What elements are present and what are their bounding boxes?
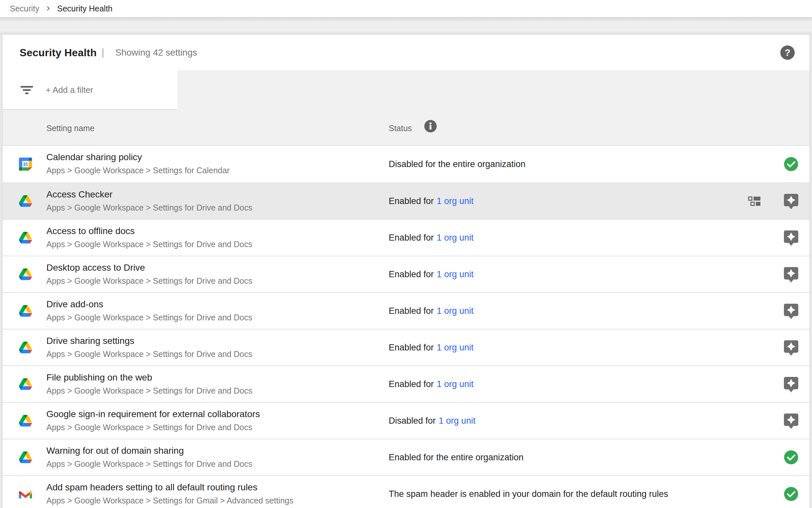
svg-text:31: 31 [23, 162, 28, 167]
setting-status: Disabled for1 org unit [389, 416, 476, 426]
status-text: Enabled for [389, 343, 434, 352]
security-health-page: Security › Security Health Security Heal… [0, 0, 812, 508]
google-drive-icon [19, 415, 32, 427]
setting-status: Enabled for1 org unit [389, 306, 474, 316]
security-health-card: Security Health | Showing 42 settings ? [3, 35, 809, 508]
svg-text:?: ? [784, 47, 791, 58]
page-gap-band [0, 17, 812, 35]
setting-status: Enabled for1 org unit [389, 196, 474, 206]
status-text: Enabled for [389, 379, 434, 389]
setting-status: Enabled for1 org unit [389, 269, 474, 280]
status-text: Enabled for [389, 306, 434, 316]
status-text: Disabled for [389, 416, 436, 426]
column-header-status: Status [389, 124, 412, 133]
google-drive-icon [19, 195, 32, 207]
breadcrumb-current: Security Health [57, 4, 113, 13]
setting-row[interactable]: 31 Access Checker Apps > Google Workspac… [3, 182, 809, 219]
org-unit-link[interactable]: 1 org unit [437, 196, 474, 206]
setting-title: Calendar sharing policy [46, 151, 230, 164]
filter-list-icon [20, 86, 33, 96]
setting-row[interactable]: 31 File publishing on the web Apps > Goo… [3, 366, 809, 402]
setting-row[interactable]: 31 Access to offline docs Apps > Google … [3, 219, 809, 256]
setting-title: Add spam headers setting to all default … [46, 481, 293, 494]
org-unit-link[interactable]: 1 org unit [437, 269, 474, 279]
setting-status: The spam header is enabled in your domai… [389, 489, 668, 499]
status-text: Enabled for [389, 233, 434, 243]
setting-path: Apps > Google Workspace > Settings for D… [46, 311, 252, 324]
google-drive-icon [19, 342, 32, 353]
recommendation-badge-icon[interactable] [784, 230, 798, 246]
status-ok-icon [784, 450, 798, 465]
title-separator: | [102, 47, 104, 58]
setting-row[interactable]: 31 Drive sharing settings Apps > Google … [3, 329, 809, 366]
recommendation-badge-icon[interactable] [784, 304, 798, 320]
org-units-icon[interactable] [748, 196, 761, 206]
setting-path: Apps > Google Workspace > Settings for D… [46, 457, 252, 470]
setting-path: Apps > Google Workspace > Settings for G… [46, 494, 293, 507]
setting-path: Apps > Google Workspace > Settings for D… [46, 201, 252, 214]
setting-row[interactable]: 31 Calendar sharing policy Apps > Google… [3, 146, 809, 182]
settings-table: 31 Calendar sharing policy Apps > Google… [3, 146, 809, 508]
filter-bar[interactable]: + Add a filter [3, 70, 177, 110]
recommendation-badge-icon[interactable] [784, 340, 798, 356]
setting-title: Desktop access to Drive [46, 261, 252, 274]
status-text: Enabled for [389, 269, 434, 279]
setting-row[interactable]: 31 Add spam headers setting to all defau… [3, 475, 809, 508]
add-filter-button[interactable]: + Add a filter [46, 85, 93, 95]
recommendation-badge-icon[interactable] [784, 377, 798, 393]
setting-path: Apps > Google Workspace > Settings for C… [46, 164, 230, 177]
status-info-icon[interactable] [424, 120, 437, 132]
setting-row[interactable]: 31 Google sign-in requirement for extern… [3, 402, 809, 439]
google-drive-icon [19, 452, 32, 463]
status-ok-icon [784, 157, 798, 171]
help-icon[interactable]: ? [780, 45, 795, 60]
setting-title: Drive sharing settings [46, 334, 252, 347]
setting-path: Apps > Google Workspace > Settings for D… [46, 384, 252, 397]
setting-title: Google sign-in requirement for external … [46, 408, 260, 421]
breadcrumb-chevron-icon: › [46, 2, 50, 13]
setting-row[interactable]: 31 Warning for out of domain sharing App… [3, 439, 809, 475]
setting-title: Drive add-ons [46, 298, 252, 311]
setting-path: Apps > Google Workspace > Settings for D… [46, 421, 260, 434]
org-unit-link[interactable]: 1 org unit [437, 379, 474, 389]
setting-status: Enabled for1 org unit [389, 379, 474, 389]
recommendation-badge-icon[interactable] [784, 267, 798, 283]
setting-status: Enabled for the entire organization [389, 453, 524, 463]
settings-count: Showing 42 settings [115, 47, 197, 58]
gmail-icon [19, 490, 32, 499]
setting-row[interactable]: 31 Drive add-ons Apps > Google Workspace… [3, 292, 809, 329]
status-text: Disabled for the entire organization [389, 159, 526, 169]
status-ok-icon [784, 487, 798, 501]
recommendation-badge-icon[interactable] [784, 414, 798, 429]
setting-status: Enabled for1 org unit [389, 233, 474, 243]
setting-row[interactable]: 31 Desktop access to Drive Apps > Google… [3, 256, 809, 292]
breadcrumb: Security › Security Health [0, 0, 812, 17]
setting-path: Apps > Google Workspace > Settings for D… [46, 347, 252, 361]
column-header-setting-name: Setting name [46, 124, 94, 133]
org-unit-link[interactable]: 1 org unit [437, 306, 474, 316]
breadcrumb-security-link[interactable]: Security [10, 4, 39, 13]
org-unit-link[interactable]: 1 org unit [437, 343, 474, 352]
google-drive-icon [19, 378, 32, 390]
status-text: Enabled for the entire organization [389, 453, 524, 462]
page-title: Security Health [19, 46, 97, 58]
status-text: Enabled for [389, 196, 434, 206]
google-calendar-icon: 31 [19, 158, 32, 171]
setting-title: Access to offline docs [46, 224, 252, 238]
setting-status: Disabled for the entire organization [389, 159, 526, 169]
google-drive-icon [19, 305, 32, 317]
setting-title: Access Checker [46, 188, 252, 201]
org-unit-link[interactable]: 1 org unit [437, 233, 474, 243]
setting-path: Apps > Google Workspace > Settings for D… [46, 238, 252, 251]
setting-title: Warning for out of domain sharing [46, 444, 252, 457]
setting-title: File publishing on the web [46, 371, 252, 384]
recommendation-badge-icon[interactable] [784, 194, 798, 210]
org-unit-link[interactable]: 1 org unit [439, 416, 476, 426]
table-header-band: + Add a filter Setting name Status [3, 70, 809, 146]
card-title-row: Security Health | Showing 42 settings ? [3, 35, 809, 70]
status-text: The spam header is enabled in your domai… [389, 489, 668, 499]
google-drive-icon [19, 268, 32, 280]
google-drive-icon [19, 232, 32, 244]
setting-path: Apps > Google Workspace > Settings for D… [46, 274, 252, 287]
setting-status: Enabled for1 org unit [389, 343, 474, 353]
